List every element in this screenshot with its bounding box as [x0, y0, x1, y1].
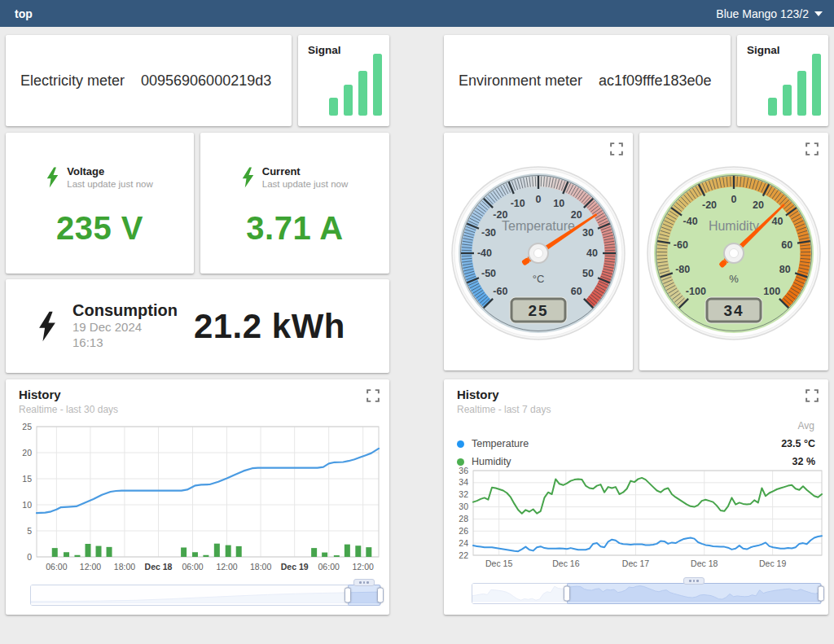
- gauge-units: °C: [533, 273, 545, 285]
- signal-bar: [783, 85, 792, 116]
- consumption-card: Consumption 19 Dec 2024 16:13 21.2 kWh: [6, 279, 389, 373]
- x-axis-tick-label: Dec 18: [145, 562, 173, 572]
- gauge-scale-label: -30: [481, 227, 496, 239]
- temperature-gauge-card: -60-50-40-30-20-100102030405060Temperatu…: [444, 133, 633, 370]
- legend-avg-header: Avg: [798, 420, 814, 432]
- navigator-left-handle[interactable]: [345, 588, 351, 603]
- current-value: 3.71 A: [246, 210, 343, 247]
- temperature-gauge: -60-50-40-30-20-100102030405060Temperatu…: [444, 156, 633, 369]
- y-axis-tick-label: 10: [22, 500, 32, 510]
- x-axis-tick-label: 12:00: [216, 562, 237, 572]
- x-axis-tick-label: Dec 19: [759, 559, 786, 568]
- x-axis-tick-label: 06:00: [318, 562, 340, 572]
- voltage-title: Voltage: [67, 165, 153, 177]
- gauge-scale-label: 0: [731, 194, 737, 205]
- navigator-drag-grip[interactable]: [683, 577, 705, 585]
- navigator-left-handle[interactable]: [564, 586, 570, 602]
- energy-line-series: [37, 449, 379, 513]
- top-bar: top Blue Mango 123/2: [0, 0, 834, 27]
- navigator-right-handle[interactable]: [818, 586, 824, 602]
- environment-meter-card: Environment meter ac1f09fffe183e0e: [444, 35, 731, 126]
- device-selector[interactable]: Blue Mango 123/2: [716, 7, 823, 20]
- electricity-meter-name: Electricity meter: [20, 72, 125, 90]
- environment-signal-card: Signal: [737, 35, 828, 126]
- gauge-scale-label: 40: [771, 216, 783, 227]
- consumption-bar: [107, 547, 112, 557]
- gauge-scale-label: 40: [586, 248, 598, 259]
- signal-bar: [329, 98, 338, 116]
- environment-history-card: History Realtime - last 7 days Avg Tempe…: [444, 379, 828, 615]
- temperature-line-series: [473, 536, 822, 551]
- gauge-scale-label: -60: [493, 286, 507, 297]
- voltage-last-update: Last update just now: [67, 179, 153, 189]
- dashboard: Electricity meter 00956906000219d3 Signa…: [0, 27, 834, 644]
- humidity-gauge-card: -100-80-60-40-20020406080100Humidity%34: [639, 133, 828, 370]
- gauge-scale-label: -60: [674, 239, 688, 251]
- x-axis-tick-label: Dec 16: [552, 559, 579, 568]
- gauge-scale-label: -40: [683, 216, 698, 227]
- navigator-selected-range[interactable]: [348, 585, 380, 606]
- y-axis-tick-label: 28: [459, 514, 468, 524]
- x-axis-tick-label: Dec 19: [281, 562, 309, 572]
- history-subtitle: Realtime - last 7 days: [457, 404, 551, 415]
- consumption-bar: [203, 555, 208, 557]
- gauge-title: Humidity: [709, 219, 759, 233]
- y-axis-tick-label: 0: [27, 552, 32, 562]
- fullscreen-expand-icon[interactable]: [805, 389, 819, 402]
- gauge-scale-label: -100: [686, 286, 706, 297]
- x-axis-tick-label: Dec 18: [691, 559, 718, 568]
- signal-strength-icon: [329, 54, 382, 116]
- gauge-scale-label: 30: [582, 227, 594, 239]
- consumption-title: Consumption: [72, 301, 178, 320]
- history-subtitle: Realtime - last 30 days: [19, 404, 118, 415]
- signal-bar: [812, 54, 821, 116]
- navigator-drag-grip[interactable]: [353, 579, 375, 586]
- fullscreen-expand-icon[interactable]: [610, 142, 623, 156]
- x-axis-tick-label: 06:00: [182, 562, 203, 572]
- gauge-scale-label: 80: [779, 264, 791, 275]
- device-selector-label: Blue Mango 123/2: [716, 7, 809, 20]
- humidity-gauge: -100-80-60-40-20020406080100Humidity%34: [639, 156, 828, 369]
- consumption-bar: [322, 553, 327, 557]
- dashboard-title: top: [15, 7, 33, 20]
- y-axis-tick-label: 15: [22, 474, 32, 484]
- current-card: Current Last update just now 3.71 A: [200, 133, 389, 274]
- legend-avg-value: 23.5 °C: [781, 438, 815, 449]
- navigator-right-handle[interactable]: [377, 588, 384, 603]
- fullscreen-expand-icon[interactable]: [367, 389, 380, 402]
- legend-label: Temperature: [472, 438, 529, 449]
- environment-history-time-navigator[interactable]: [472, 583, 822, 604]
- y-axis-tick-label: 32: [459, 489, 468, 499]
- environment-history-chart[interactable]: 2224262830323436Dec 15Dec 16Dec 17Dec 18…: [447, 466, 827, 575]
- consumption-bar: [226, 545, 231, 557]
- gauge-scale-label: 10: [553, 198, 564, 209]
- consumption-date: 19 Dec 2024: [72, 320, 178, 335]
- navigator-unselected-region: [31, 585, 348, 605]
- navigator-unselected-region: [472, 584, 567, 603]
- signal-bar: [797, 71, 806, 116]
- history-title: History: [19, 388, 61, 401]
- consumption-bar: [86, 544, 91, 557]
- history-title: History: [457, 388, 499, 401]
- consumption-bar: [192, 552, 198, 557]
- energy-history-chart[interactable]: 051015202506:0012:0018:00Dec 1806:0012:0…: [12, 420, 384, 580]
- consumption-bar: [96, 546, 102, 557]
- consumption-time: 16:13: [72, 335, 178, 351]
- fullscreen-expand-icon[interactable]: [805, 142, 819, 156]
- environment-meter-name: Environment meter: [459, 72, 582, 90]
- gauge-scale-label: -50: [481, 268, 496, 279]
- electricity-signal-card: Signal: [298, 35, 389, 126]
- legend-item[interactable]: Temperature23.5 °C: [457, 435, 815, 453]
- signal-bar: [344, 85, 353, 116]
- chevron-down-icon: [814, 11, 823, 16]
- gauge-scale-label: -40: [477, 248, 492, 259]
- consumption-bar: [214, 544, 220, 557]
- y-axis-tick-label: 22: [459, 550, 468, 560]
- gauge-scale-label: 0: [536, 194, 542, 205]
- signal-bar: [373, 54, 382, 116]
- consumption-bar: [74, 555, 80, 557]
- energy-history-time-navigator[interactable]: [30, 585, 381, 606]
- y-axis-tick-label: 20: [22, 448, 32, 458]
- navigator-selected-range[interactable]: [567, 583, 821, 604]
- x-axis-tick-label: Dec 17: [622, 559, 649, 568]
